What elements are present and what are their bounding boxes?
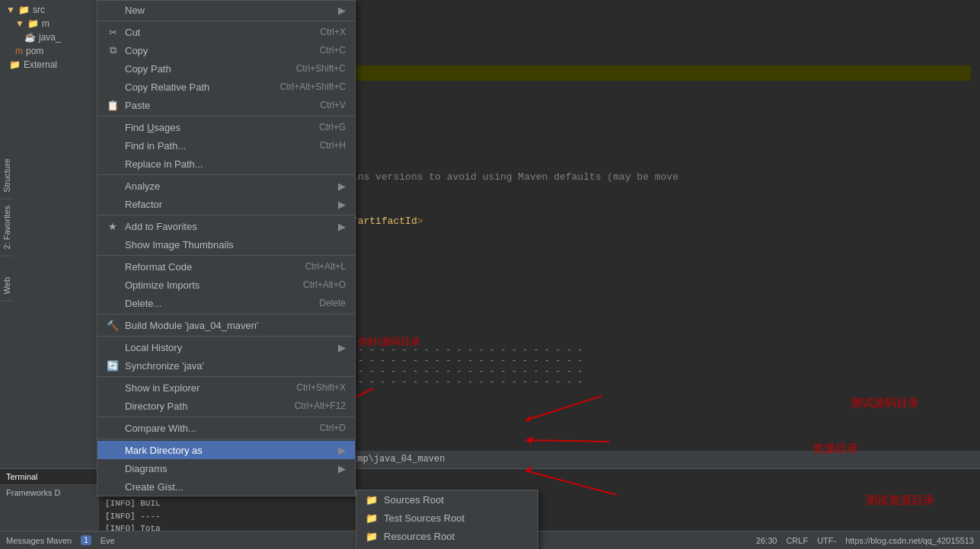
menu-item-replace-in-path[interactable]: Replace in Path... [97, 155, 355, 173]
web-tab[interactable]: Web [0, 271, 14, 301]
find-path-shortcut: Ctrl+H [320, 140, 346, 151]
menu-item-find-usages[interactable]: Find Usages Ctrl+G [97, 118, 355, 136]
messages-maven-label: Messages Maven [6, 536, 72, 545]
menu-item-show-thumbnails[interactable]: Show Image Thumbnails [97, 235, 355, 254]
mark-directory-submenu: 📁 Sources Root 📁 Test Sources Root 📁 Res… [356, 490, 538, 549]
menu-item-copy-relative-path[interactable]: Copy Relative Path Ctrl+Alt+Shift+C [97, 78, 355, 96]
find-usages-shortcut: Ctrl+G [319, 122, 346, 132]
sync-icon: 🔄 [107, 360, 119, 372]
tree-item-java[interactable]: ☕ java_ [0, 30, 98, 44]
menu-item-add-to-favorites[interactable]: ★ Add to Favorites ▶ [97, 217, 355, 235]
menu-label-history: Local History [125, 342, 182, 353]
separator-9 [97, 417, 355, 417]
arrow-icon-analyze: ▶ [338, 180, 346, 192]
submenu-item-test-sources[interactable]: 📁 Test Sources Root [356, 509, 538, 527]
msg-line-3: [INFO] BUIL [105, 497, 974, 510]
tree-item-label: src [33, 5, 45, 15]
paste-icon: 📋 [107, 100, 119, 111]
cut-shortcut: Ctrl+X [320, 27, 346, 37]
submenu-item-resources[interactable]: 📁 Resources Root [356, 527, 538, 545]
menu-label-paste: Paste [125, 100, 150, 111]
tree-item-src[interactable]: ▼ 📁 src [0, 3, 98, 17]
separator-2 [97, 116, 355, 117]
submenu-item-sources-root[interactable]: 📁 Sources Root [356, 490, 538, 509]
tree-item-m[interactable]: ▼ 📁 m [0, 17, 98, 30]
structure-tab[interactable]: Structure [0, 152, 14, 199]
submenu-label-resources: Resources Root [384, 531, 455, 542]
menu-item-diagrams[interactable]: Diagrams ▶ [97, 459, 355, 477]
menu-item-optimize[interactable]: Optimize Imports Ctrl+Alt+O [97, 276, 355, 294]
side-labels: Structure 2: Favorites Web [0, 152, 14, 302]
menu-item-cut[interactable]: ✂ Cut Ctrl+X [97, 23, 355, 41]
separator-7 [97, 336, 355, 337]
separator-10 [97, 439, 355, 439]
menu-item-dir-path[interactable]: Directory Path Ctrl+Alt+F12 [97, 397, 355, 415]
menu-item-synchronize[interactable]: 🔄 Synchronize 'java' [97, 356, 355, 375]
folder-icon: 📁 [18, 5, 30, 15]
dir-path-shortcut: Ctrl+Alt+F12 [295, 401, 346, 411]
menu-label-replace-in-path: Replace in Path... [125, 158, 203, 170]
arrow-icon-refactor: ▶ [338, 199, 346, 210]
arrow-icon-history: ▶ [338, 342, 346, 353]
menu-item-paste[interactable]: 📋 Paste Ctrl+V [97, 96, 355, 114]
bottom-tabs: Terminal Frameworks D [0, 468, 99, 531]
menu-label-analyze: Analyze [125, 180, 160, 192]
status-right: 26:30 CRLF UTF- https://blog.csdn.net/qq… [756, 536, 974, 545]
build-icon: 🔨 [107, 320, 119, 331]
menu-label-copy-relative: Copy Relative Path [125, 81, 209, 93]
test-sources-icon: 📁 [366, 512, 378, 524]
menu-item-local-history[interactable]: Local History ▶ [97, 338, 355, 356]
left-sidebar: ▼ 📁 src ▼ 📁 m ☕ java_ m pom 📁 External S… [0, 0, 99, 549]
menu-item-compare[interactable]: Compare With... Ctrl+D [97, 419, 355, 437]
menu-item-find-in-path[interactable]: Find in Path... Ctrl+H [97, 136, 355, 155]
menu-item-mark-dir[interactable]: Mark Directory as ▶ [97, 441, 355, 459]
tree-item-label-ext: External [24, 59, 57, 70]
eve-label: Eve [101, 536, 115, 545]
tree-item-external[interactable]: 📁 External [0, 58, 98, 72]
arrow-icon-mark: ▶ [338, 445, 346, 456]
menu-label-compare: Compare With... [125, 423, 196, 434]
menu-item-build-module[interactable]: 🔨 Build Module 'java_04_maven' [97, 316, 355, 334]
url: https://blog.csdn.net/qq_42015513 [845, 536, 974, 545]
submenu-item-test-resources[interactable]: 📁 Test Resources Root [356, 545, 538, 549]
line-ending: CRLF [786, 536, 808, 545]
compare-shortcut: Ctrl+D [320, 423, 346, 433]
separator-8 [97, 376, 355, 377]
copy-icon: ⧉ [107, 44, 119, 56]
menu-label-add-favorites: Add to Favorites [125, 221, 197, 232]
menu-label-sync: Synchronize 'java' [125, 360, 204, 372]
menu-label-thumbnails: Show Image Thumbnails [125, 239, 234, 251]
menu-label-build: Build Module 'java_04_maven' [125, 320, 259, 331]
arrow-icon-favorites: ▶ [338, 221, 346, 232]
menu-item-create-gist[interactable]: Create Gist... [97, 477, 355, 496]
menu-label-cut: Cut [125, 27, 140, 38]
resources-icon: 📁 [366, 531, 378, 542]
menu-item-reformat[interactable]: Reformat Code Ctrl+Alt+L [97, 257, 355, 276]
cut-icon: ✂ [107, 27, 119, 38]
encoding: UTF- [817, 536, 836, 545]
tree-item-pom[interactable]: m pom [0, 44, 98, 58]
favorites-tab[interactable]: 2: Favorites [0, 199, 14, 256]
menu-label-diagrams: Diagrams [125, 463, 168, 474]
menu-label-gist: Create Gist... [125, 481, 184, 493]
folder-icon-ext: 📁 [9, 59, 21, 70]
menu-item-show-in-explorer[interactable]: Show in Explorer Ctrl+Shift+X [97, 378, 355, 397]
explorer-shortcut: Ctrl+Shift+X [296, 382, 346, 393]
menu-label-new: New [125, 5, 145, 16]
context-menu: New ▶ ✂ Cut Ctrl+X ⧉ Copy Ctrl+C Copy Pa… [97, 0, 356, 496]
maven-icon: m [15, 46, 23, 56]
msg-line-4: [INFO] ---- [105, 510, 974, 523]
menu-item-refactor[interactable]: Refactor ▶ [97, 195, 355, 213]
menu-item-copy-path[interactable]: Copy Path Ctrl+Shift+C [97, 59, 355, 78]
separator-4 [97, 215, 355, 215]
sources-root-icon: 📁 [366, 494, 378, 506]
frameworks-tab[interactable]: Frameworks D [0, 485, 99, 501]
menu-item-analyze[interactable]: Analyze ▶ [97, 177, 355, 195]
terminal-tab[interactable]: Terminal [0, 469, 99, 485]
separator-3 [97, 174, 355, 175]
menu-item-new[interactable]: New ▶ [97, 1, 355, 19]
paste-shortcut: Ctrl+V [320, 100, 346, 110]
menu-item-copy[interactable]: ⧉ Copy Ctrl+C [97, 41, 355, 59]
menu-item-delete[interactable]: Delete... Delete [97, 294, 355, 312]
menu-label-refactor: Refactor [125, 199, 162, 210]
